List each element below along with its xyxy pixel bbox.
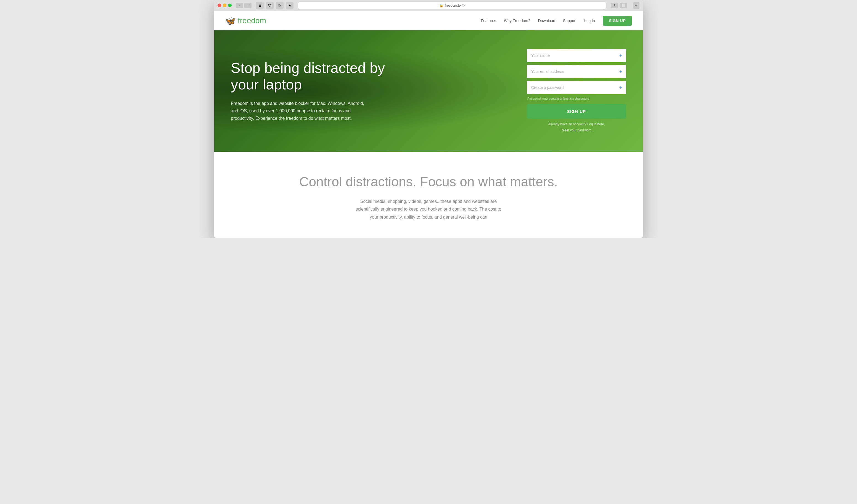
tabs-button[interactable]: ⬜ (620, 3, 627, 8)
browser-titlebar: ‹ › ☰ 🛡 ↻ ★ 🔒 freedom.to ↻ ⬆ ⬜ + (214, 0, 643, 11)
hero-signup-button[interactable]: SIGN UP (527, 104, 626, 119)
nav-support[interactable]: Support (563, 18, 576, 23)
maximize-button[interactable] (228, 4, 232, 7)
hero-content: Stop being distracted by your laptop Fre… (214, 35, 643, 147)
name-input-wrapper: ✦ (527, 49, 626, 62)
features-description: Social media, shopping, videos, games...… (351, 198, 506, 221)
nav-signup-button[interactable]: SIGN UP (603, 16, 632, 26)
new-tab-button[interactable]: + (633, 2, 639, 9)
share-button[interactable]: ⬆ (611, 3, 618, 8)
browser-window: ‹ › ☰ 🛡 ↻ ★ 🔒 freedom.to ↻ ⬆ ⬜ + 🦋 freed… (214, 0, 643, 238)
website-content: 🦋 freedom Features Why Freedom? Download… (214, 11, 643, 238)
hero-text-block: Stop being distracted by your laptop Fre… (231, 60, 391, 122)
login-link[interactable]: Log in here. (587, 122, 605, 126)
address-bar[interactable]: 🔒 freedom.to ↻ (298, 2, 606, 10)
nav-login[interactable]: Log In (584, 18, 595, 23)
logo-butterfly-icon: 🦋 (225, 16, 236, 26)
hero-section: Stop being distracted by your laptop Fre… (214, 30, 643, 152)
site-logo[interactable]: 🦋 freedom (225, 16, 266, 26)
reset-password-link[interactable]: Reset your password. (560, 128, 592, 132)
site-nav: 🦋 freedom Features Why Freedom? Download… (214, 11, 643, 30)
logo-text: freedom (238, 16, 266, 25)
email-input[interactable] (527, 65, 626, 78)
password-input[interactable] (527, 81, 626, 94)
url-text: freedom.to (445, 4, 460, 7)
extension-icon-2[interactable]: ↻ (276, 2, 284, 10)
traffic-lights (218, 4, 232, 7)
email-input-wrapper: ✦ (527, 65, 626, 78)
nav-links: Features Why Freedom? Download Support L… (481, 16, 632, 26)
name-input-icon: ✦ (619, 53, 622, 58)
close-button[interactable] (218, 4, 221, 7)
signup-form: ✦ ✦ ✦ Password must contain at least six… (527, 49, 626, 133)
nav-download[interactable]: Download (538, 18, 555, 23)
extension-icon-1[interactable]: 🛡 (266, 2, 274, 10)
hero-title: Stop being distracted by your laptop (231, 60, 391, 93)
hero-description: Freedom is the app and website blocker f… (231, 100, 369, 122)
login-prompt-text: Already have an account? (548, 122, 586, 126)
extension-icon-3[interactable]: ★ (286, 2, 293, 10)
features-title: Control distractions. Focus on what matt… (231, 174, 626, 190)
nav-features[interactable]: Features (481, 18, 496, 23)
nav-why-freedom[interactable]: Why Freedom? (504, 18, 531, 23)
features-section: Control distractions. Focus on what matt… (214, 152, 643, 238)
browser-nav: ‹ › (236, 3, 252, 8)
password-input-icon: ✦ (619, 85, 622, 90)
sidebar-icon[interactable]: ☰ (256, 2, 264, 10)
lock-icon: 🔒 (439, 4, 443, 7)
browser-toolbar-icons: ☰ 🛡 ↻ ★ (256, 2, 293, 10)
browser-actions: ⬆ ⬜ (611, 3, 627, 8)
minimize-button[interactable] (223, 4, 226, 7)
password-hint: Password must contain at least six chara… (527, 97, 626, 100)
password-input-wrapper: ✦ (527, 81, 626, 94)
back-button[interactable]: ‹ (236, 3, 243, 8)
email-input-icon: ✦ (619, 69, 622, 74)
forward-button[interactable]: › (244, 3, 252, 8)
refresh-icon: ↻ (462, 4, 465, 7)
form-footer: Already have an account? Log in here. Re… (527, 121, 626, 133)
name-input[interactable] (527, 49, 626, 62)
